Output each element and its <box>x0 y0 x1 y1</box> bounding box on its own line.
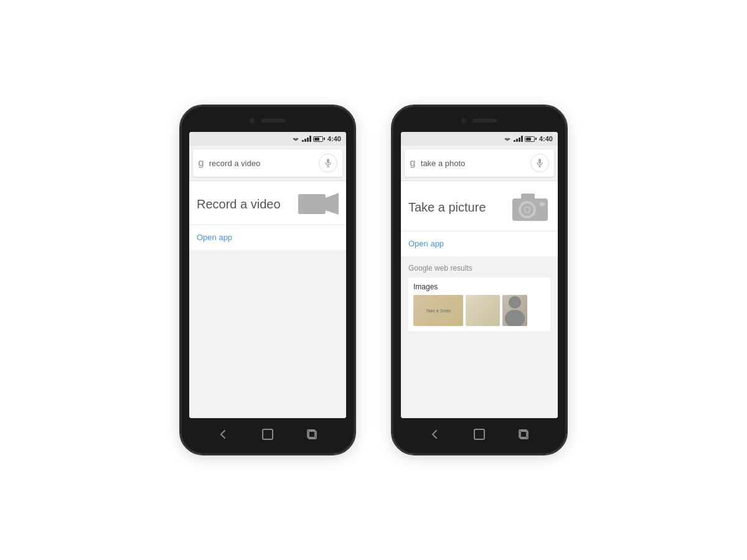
thumb-text-1: Take a Smile <box>426 309 451 313</box>
search-query-1: record a video <box>209 159 319 168</box>
card-content-1: Record a video <box>197 191 339 217</box>
phone-bottom-bar-2 <box>401 423 558 446</box>
front-camera-2 <box>461 118 466 123</box>
phone-top-bar-2 <box>401 114 558 127</box>
wifi-icon-1 <box>291 136 300 142</box>
recents-button-1[interactable] <box>306 429 317 440</box>
home-icon-1 <box>262 429 273 440</box>
svg-rect-0 <box>327 159 329 164</box>
phone-bottom-bar-1 <box>189 423 346 446</box>
battery-icon-2 <box>525 136 535 142</box>
status-icons-2: 4:40 <box>503 135 553 142</box>
images-section: Images Take a Smile <box>408 278 550 331</box>
phones-container: 4:40 g record a video <box>181 106 566 454</box>
battery-icon-1 <box>313 136 323 142</box>
google-g-icon-2: g <box>410 157 416 169</box>
back-icon-1 <box>218 429 229 440</box>
svg-point-17 <box>509 296 521 309</box>
mic-icon-2 <box>537 159 543 167</box>
svg-rect-12 <box>540 202 545 206</box>
card-take-picture: Take a picture <box>401 181 558 256</box>
phone-screen-2: 4:40 g take a photo <box>401 132 558 418</box>
status-bar-1: 4:40 <box>189 132 346 146</box>
gray-content-2: Google web results Images Take a Smile <box>401 256 558 418</box>
person-silhouette <box>503 295 527 326</box>
svg-point-16 <box>525 208 529 212</box>
open-app-link-1[interactable]: Open app <box>197 233 232 242</box>
recents-icon-2 <box>518 429 529 440</box>
home-button-1[interactable] <box>262 429 273 440</box>
search-bar-2[interactable]: g take a photo <box>405 149 554 177</box>
signal-icon-2 <box>514 136 523 142</box>
status-bar-2: 4:40 <box>401 132 558 146</box>
search-query-2: take a photo <box>421 159 530 168</box>
back-button-2[interactable] <box>430 429 441 440</box>
recents-button-2[interactable] <box>518 429 529 440</box>
speaker-2 <box>472 119 497 123</box>
image-thumb-2 <box>466 295 500 326</box>
card-title-1: Record a video <box>197 197 281 212</box>
card-title-2: Take a picture <box>408 200 486 215</box>
open-app-link-2[interactable]: Open app <box>408 239 444 248</box>
video-camera-icon <box>298 191 339 217</box>
back-icon-2 <box>430 429 441 440</box>
google-g-icon-1: g <box>198 157 204 169</box>
images-label: Images <box>413 282 545 291</box>
image-thumb-1: Take a Smile <box>413 295 463 326</box>
front-camera-1 <box>250 118 255 123</box>
recents-icon-1 <box>306 429 317 440</box>
image-thumbnails: Take a Smile <box>413 295 545 326</box>
status-icons-1: 4:40 <box>291 135 341 142</box>
card-record-video: Record a video Open app <box>189 181 346 250</box>
phone-take-picture: 4:40 g take a photo <box>392 106 566 454</box>
web-results-label: Google web results <box>408 264 550 273</box>
speaker-1 <box>261 119 286 123</box>
svg-point-18 <box>505 310 525 326</box>
phone-screen-1: 4:40 g record a video <box>189 132 346 418</box>
photo-camera-icon <box>510 191 550 223</box>
image-thumb-3 <box>502 295 527 326</box>
status-time-2: 4:40 <box>539 135 553 142</box>
mic-icon-1 <box>325 159 331 167</box>
mic-button-1[interactable] <box>319 154 337 172</box>
home-button-2[interactable] <box>474 429 485 440</box>
gray-content-1 <box>189 250 346 418</box>
mic-button-2[interactable] <box>530 154 549 172</box>
wifi-icon-2 <box>503 136 512 142</box>
status-time-1: 4:40 <box>327 135 341 142</box>
signal-icon-1 <box>302 136 311 142</box>
search-bar-1[interactable]: g record a video <box>193 149 342 177</box>
svg-rect-7 <box>538 159 541 164</box>
back-button-1[interactable] <box>218 429 229 440</box>
card-content-2: Take a picture <box>408 191 550 223</box>
svg-rect-3 <box>298 194 326 214</box>
home-icon-2 <box>474 429 485 440</box>
phone-top-bar-1 <box>189 114 346 127</box>
phone-record-video: 4:40 g record a video <box>181 106 355 454</box>
svg-marker-4 <box>326 193 339 215</box>
